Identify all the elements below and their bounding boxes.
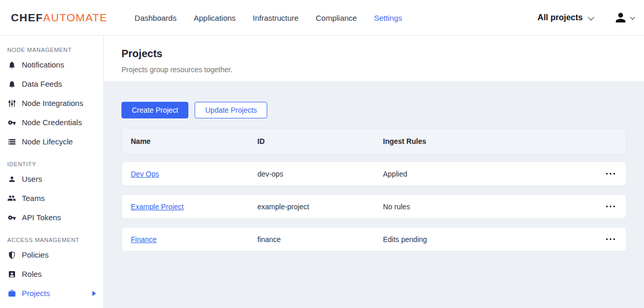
key-icon xyxy=(7,118,16,127)
nav-applications[interactable]: Applications xyxy=(194,14,236,22)
bell-icon xyxy=(7,79,16,88)
section-title-node-management: NODE MANAGEMENT xyxy=(0,47,103,53)
sidebar-section-access-management: ACCESS MANAGEMENT Policies xyxy=(0,237,103,303)
projects-filter-dropdown[interactable]: All projects xyxy=(538,13,593,22)
page-subtitle: Projects group resources together. xyxy=(121,65,626,74)
topbar-right-group: All projects xyxy=(538,11,634,24)
sidebar-item-roles[interactable]: Roles xyxy=(0,264,103,284)
sidebar-item-projects[interactable]: Projects xyxy=(0,284,103,303)
sidebar-item-label: Node Credentials xyxy=(22,118,82,127)
page-header: Projects Projects group resources togeth… xyxy=(104,36,644,81)
group-icon xyxy=(7,194,16,203)
logo-automate-text: AUTOMATE xyxy=(43,11,107,24)
project-id: finance xyxy=(257,235,383,244)
sidebar-item-node-lifecycle[interactable]: Node Lifecycle xyxy=(0,132,103,151)
nav-dashboards[interactable]: Dashboards xyxy=(134,14,176,22)
project-id: example-project xyxy=(257,203,383,211)
sidebar-item-label: Projects xyxy=(22,289,50,298)
main-content: Projects Projects group resources togeth… xyxy=(104,36,644,308)
person-icon xyxy=(7,175,16,183)
shield-icon xyxy=(7,250,16,259)
ingest-rules-status: Applied xyxy=(383,170,597,178)
sidebar-item-policies[interactable]: Policies xyxy=(0,245,103,264)
sidebar-item-node-integrations[interactable]: Node Integrations xyxy=(0,93,103,113)
briefcase-icon xyxy=(7,289,16,298)
sidebar-item-label: Data Feeds xyxy=(22,79,62,88)
primary-nav: Dashboards Applications Infrastructure C… xyxy=(134,14,402,22)
column-header-name: Name xyxy=(131,137,257,145)
sidebar-section-identity: IDENTITY Users Teams xyxy=(0,161,103,227)
top-navigation-bar: CHEFAUTOMATE Dashboards Applications Inf… xyxy=(0,0,644,36)
sidebar-item-api-tokens[interactable]: API Tokens xyxy=(0,208,103,227)
chef-automate-logo[interactable]: CHEFAUTOMATE xyxy=(11,11,107,24)
sidebar-section-node-management: NODE MANAGEMENT Notifications Data Feeds xyxy=(0,47,103,151)
table-row-dev-ops: Dev Ops dev-ops Applied xyxy=(121,162,626,186)
ingest-rules-status: Edits pending xyxy=(383,235,597,244)
projects-panel: Create Project Update Projects Name ID I… xyxy=(104,81,644,308)
sidebar-item-label: Node Lifecycle xyxy=(22,137,73,146)
projects-toolbar: Create Project Update Projects xyxy=(121,102,626,118)
row-menu-ellipsis-icon[interactable] xyxy=(597,173,626,175)
row-menu-ellipsis-icon[interactable] xyxy=(597,238,626,240)
nav-infrastructure[interactable]: Infrastructure xyxy=(253,14,298,22)
nav-compliance[interactable]: Compliance xyxy=(316,14,357,22)
projects-table-rows: Dev Ops dev-ops Applied Example Project … xyxy=(121,162,626,251)
sidebar-item-users[interactable]: Users xyxy=(0,169,103,189)
column-header-ingest-rules: Ingest Rules xyxy=(383,137,597,145)
update-projects-button[interactable]: Update Projects xyxy=(195,102,267,118)
section-title-access-management: ACCESS MANAGEMENT xyxy=(0,237,103,243)
sidebar-item-label: Roles xyxy=(22,270,42,278)
chef-automate-app: CHEFAUTOMATE Dashboards Applications Inf… xyxy=(0,0,644,308)
sidebar-item-notifications[interactable]: Notifications xyxy=(0,55,103,74)
create-project-button[interactable]: Create Project xyxy=(121,102,188,118)
table-row-finance: Finance finance Edits pending xyxy=(121,227,626,251)
sliders-icon xyxy=(7,99,16,108)
project-id: dev-ops xyxy=(257,170,383,178)
sidebar-item-label: Teams xyxy=(22,194,45,203)
projects-filter-label: All projects xyxy=(538,13,583,22)
nav-settings[interactable]: Settings xyxy=(374,14,402,22)
ingest-rules-status: No rules xyxy=(383,203,597,211)
project-link[interactable]: Example Project xyxy=(131,203,184,211)
project-link[interactable]: Dev Ops xyxy=(131,170,159,178)
sidebar-item-label: Node Integrations xyxy=(22,99,83,108)
list-icon xyxy=(7,137,16,146)
settings-sidebar: NODE MANAGEMENT Notifications Data Feeds xyxy=(0,36,104,308)
user-menu[interactable] xyxy=(614,11,634,24)
column-header-id: ID xyxy=(257,137,383,145)
sidebar-item-label: Policies xyxy=(22,250,49,259)
project-link[interactable]: Finance xyxy=(131,235,157,244)
sidebar-item-teams[interactable]: Teams xyxy=(0,189,103,208)
section-title-identity: IDENTITY xyxy=(0,161,103,167)
page-body: NODE MANAGEMENT Notifications Data Feeds xyxy=(0,36,644,308)
sidebar-item-data-feeds[interactable]: Data Feeds xyxy=(0,74,103,93)
page-title: Projects xyxy=(121,48,626,60)
chevron-down-icon xyxy=(630,15,635,20)
badge-icon xyxy=(7,270,16,278)
row-menu-ellipsis-icon[interactable] xyxy=(597,206,626,208)
chevron-down-icon xyxy=(588,14,595,20)
sidebar-item-label: Notifications xyxy=(22,60,64,69)
user-avatar-icon xyxy=(614,11,627,24)
key-icon xyxy=(7,213,16,222)
expand-right-arrow-icon[interactable] xyxy=(92,291,96,296)
table-row-example-project: Example Project example-project No rules xyxy=(121,194,626,219)
bell-icon xyxy=(7,60,16,69)
sidebar-item-label: Users xyxy=(22,175,42,183)
projects-table-header: Name ID Ingest Rules xyxy=(121,128,626,155)
logo-chef-text: CHEF xyxy=(11,11,43,24)
sidebar-item-node-credentials[interactable]: Node Credentials xyxy=(0,113,103,132)
sidebar-item-label: API Tokens xyxy=(22,213,61,222)
